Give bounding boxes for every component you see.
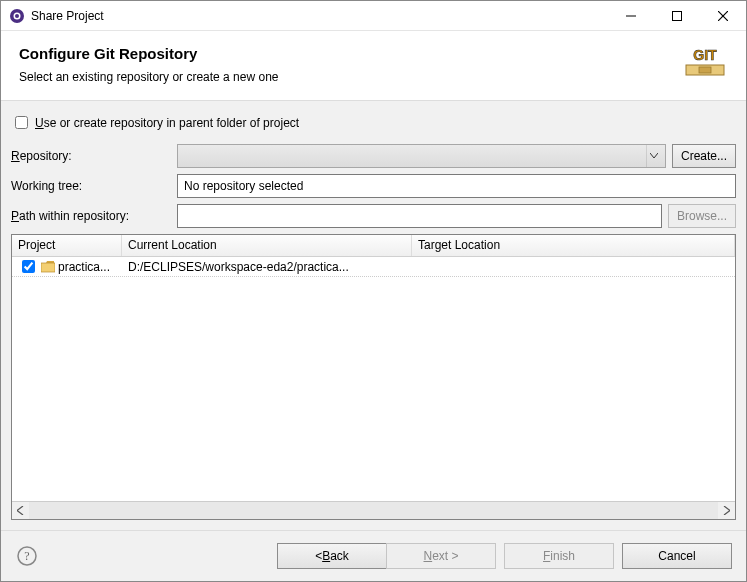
wizard-header: Configure Git Repository Select an exist… [1, 31, 746, 101]
project-name: practica... [58, 260, 110, 274]
git-icon: GIT [682, 45, 728, 81]
path-within-repo-input[interactable] [177, 204, 662, 228]
page-subtitle: Select an existing repository or create … [19, 70, 682, 84]
create-button[interactable]: Create... [672, 144, 736, 168]
close-button[interactable] [700, 1, 746, 31]
page-title: Configure Git Repository [19, 45, 682, 62]
project-row-checkbox[interactable] [22, 260, 35, 273]
svg-point-2 [15, 14, 19, 18]
svg-text:GIT: GIT [693, 47, 717, 63]
next-button: Next > [386, 543, 496, 569]
table-row[interactable]: practica... D:/ECLIPSES/workspace-eda2/p… [12, 257, 735, 277]
table-header: Project Current Location Target Location [12, 235, 735, 257]
scroll-left-icon[interactable] [12, 502, 29, 519]
scrollbar-track[interactable] [29, 502, 718, 519]
finish-button: Finish [504, 543, 614, 569]
projects-table: Project Current Location Target Location… [11, 234, 736, 520]
project-current-location: D:/ECLIPSES/workspace-eda2/practica... [122, 260, 412, 274]
use-parent-folder-checkbox[interactable]: Use or create repository in parent folde… [11, 113, 736, 132]
browse-button: Browse... [668, 204, 736, 228]
svg-rect-10 [699, 67, 711, 73]
titlebar: Share Project [1, 1, 746, 31]
help-button[interactable]: ? [15, 544, 39, 568]
chevron-down-icon [646, 145, 662, 167]
horizontal-scrollbar[interactable] [12, 501, 735, 519]
maximize-button[interactable] [654, 1, 700, 31]
col-project[interactable]: Project [12, 235, 122, 256]
scroll-right-icon[interactable] [718, 502, 735, 519]
svg-rect-4 [673, 11, 682, 20]
path-within-repo-label: Path within repository: [11, 209, 171, 223]
repository-label: Repository: [11, 149, 171, 163]
minimize-button[interactable] [608, 1, 654, 31]
table-body: practica... D:/ECLIPSES/workspace-eda2/p… [12, 257, 735, 501]
back-button[interactable]: < Back [277, 543, 387, 569]
app-icon [9, 8, 25, 24]
working-tree-value: No repository selected [177, 174, 736, 198]
col-current-location[interactable]: Current Location [122, 235, 412, 256]
cancel-button[interactable]: Cancel [622, 543, 732, 569]
wizard-footer: ? < Back Next > Finish Cancel [1, 530, 746, 581]
col-target-location[interactable]: Target Location [412, 235, 735, 256]
svg-rect-11 [41, 263, 55, 272]
working-tree-label: Working tree: [11, 179, 171, 193]
svg-text:?: ? [24, 549, 29, 563]
use-parent-folder-input[interactable] [15, 116, 28, 129]
folder-icon [41, 261, 55, 273]
repository-dropdown[interactable] [177, 144, 666, 168]
content-area: Use or create repository in parent folde… [1, 101, 746, 530]
use-parent-folder-label: Use or create repository in parent folde… [35, 116, 299, 130]
window-title: Share Project [31, 9, 104, 23]
